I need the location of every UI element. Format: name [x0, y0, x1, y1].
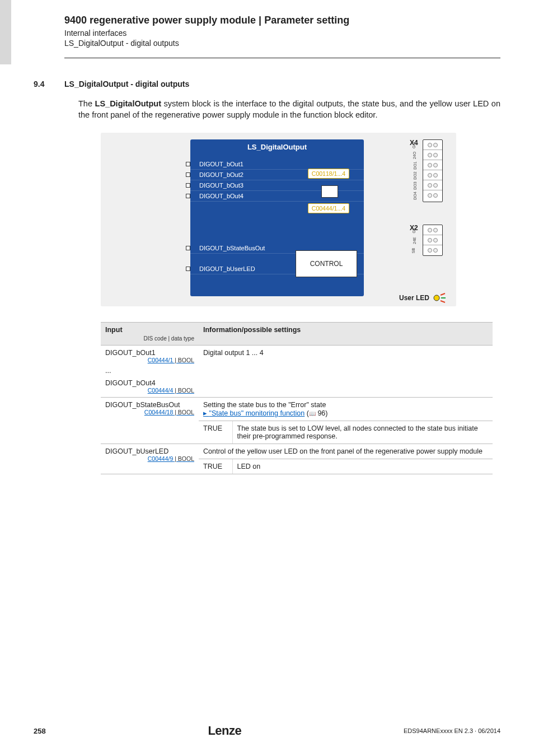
table-row: DIGOUT_bOut1 C00444/1 | BOOL Digital out… — [101, 346, 493, 367]
brand-logo: Lenze — [208, 724, 241, 738]
logic-box — [321, 185, 338, 198]
text: ( 96) — [307, 409, 328, 417]
pin-label: GO — [412, 142, 416, 148]
statebus-link[interactable]: "State bus" monitoring function — [203, 409, 305, 417]
pin-label: DO3 — [413, 181, 417, 189]
value-text: The state bus is set to LOW level, all n… — [232, 421, 493, 444]
page-footer: 258 Lenze EDS94ARNExxxx EN 2.3 · 06/2014 — [34, 724, 500, 738]
svg-line-1 — [441, 293, 445, 295]
value-text: LED on — [232, 459, 493, 474]
text-bold: LS_DigitalOutput — [95, 99, 161, 108]
book-icon — [309, 409, 316, 417]
system-block: LS_DigitalOutput DIGOUT_bOut1 DIGOUT_bOu… — [190, 139, 364, 296]
pin-label: DO4 — [413, 192, 417, 199]
pin-label: 24O — [413, 152, 416, 159]
input-name: DIGOUT_bOut1 — [105, 349, 194, 357]
table-row: DIGOUT_bUserLED C00444/9 | BOOL Control … — [101, 444, 493, 459]
section-heading: 9.4 LS_DigitalOutput - digital outputs — [34, 80, 500, 88]
table-row: DIGOUT_bStateBusOut C00444/18 | BOOL Set… — [101, 398, 493, 421]
info-cell: Digital output 1 ... 4 — [199, 346, 493, 398]
section-number: 9.4 — [34, 80, 64, 88]
info-cell: Control of the yellow user LED on the fr… — [199, 444, 493, 459]
input-name: DIGOUT_bOut4 — [105, 379, 194, 387]
info-cell: Setting the state bus to the "Error" sta… — [199, 398, 493, 421]
dis-link[interactable]: C00444/9 | BOOL — [105, 455, 194, 462]
doc-title: 9400 regenerative power supply module | … — [64, 15, 500, 26]
doc-id: EDS94ARNExxxx EN 2.3 · 06/2014 — [404, 727, 500, 734]
input-name: DIGOUT_bUserLED — [105, 447, 194, 455]
doc-sub1: Internal interfaces — [64, 29, 500, 38]
text: Setting the state bus to the "Error" sta… — [203, 401, 326, 409]
input-name: DIGOUT_bStateBusOut — [105, 401, 194, 409]
dis-link[interactable]: C00444/18 | BOOL — [105, 409, 194, 416]
control-box: CONTROL — [296, 250, 357, 277]
pin-label: DO1 — [413, 161, 417, 169]
param-box: C00444/1...4 — [308, 203, 349, 213]
dis-link[interactable]: C00444/4 | BOOL — [105, 387, 194, 394]
header-rule — [64, 58, 500, 58]
col-header-input: Input DIS code | data type — [101, 323, 199, 346]
page-number: 258 — [34, 727, 46, 735]
param-box: C00118/1...4 — [308, 169, 349, 179]
text: Input — [105, 326, 123, 334]
ellipsis: ... — [101, 367, 199, 376]
led-icon — [433, 293, 446, 303]
block-diagram: LS_DigitalOutput DIGOUT_bOut1 DIGOUT_bOu… — [101, 133, 456, 306]
block-title: LS_DigitalOutput — [190, 139, 364, 159]
pin-label: GE — [412, 228, 416, 234]
section-title: LS_DigitalOutput - digital outputs — [64, 80, 189, 88]
dis-link[interactable]: C00444/1 | BOOL — [105, 357, 194, 363]
io-table: Input DIS code | data type Information/p… — [101, 322, 493, 474]
header-stripe — [0, 0, 11, 64]
value-cell: TRUE — [199, 459, 232, 474]
page-header: 9400 regenerative power supply module | … — [0, 0, 534, 54]
terminal-x4: X4 GO 24O DO1 DO2 DO3 DO4 — [423, 139, 443, 202]
intro-paragraph: The LS_DigitalOutput system block is the… — [78, 99, 500, 120]
user-led-label: User LED — [399, 294, 429, 302]
pin-label: DO2 — [413, 171, 417, 179]
svg-line-3 — [441, 301, 445, 302]
doc-sub2: LS_DigitalOutput - digital outputs — [64, 39, 500, 48]
terminal-x2: X2 GE 24E SB — [423, 225, 443, 256]
col-header-info: Information/possible settings — [199, 323, 493, 346]
pin-label: SB — [411, 248, 415, 253]
dis-note: DIS code | data type — [105, 335, 194, 342]
svg-point-0 — [434, 295, 439, 301]
value-cell: TRUE — [199, 421, 232, 444]
text: The — [78, 99, 95, 108]
pin-label: 24E — [413, 237, 416, 244]
